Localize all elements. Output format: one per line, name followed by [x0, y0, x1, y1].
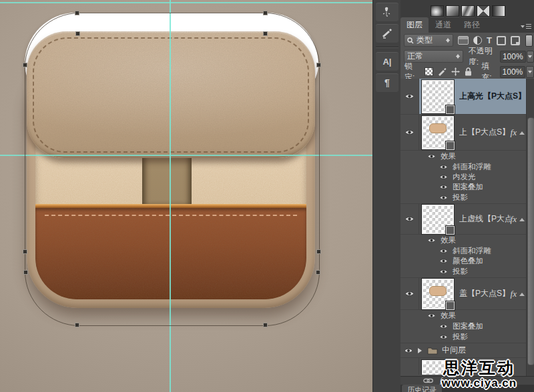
- visibility-toggle[interactable]: [400, 204, 419, 234]
- eye-icon[interactable]: [427, 237, 436, 243]
- layer-thumbnail[interactable]: [422, 116, 454, 149]
- layer-name[interactable]: 上虚线【P大点...: [459, 213, 511, 225]
- path-anchor[interactable]: [263, 323, 268, 327]
- angle-gradient-icon[interactable]: [461, 5, 475, 17]
- filter-toggle-switch[interactable]: [525, 35, 533, 47]
- layers-scrollbar[interactable]: [526, 79, 534, 376]
- opacity-dropdown-button[interactable]: [527, 51, 534, 63]
- effects-header-row[interactable]: 效果: [400, 310, 534, 321]
- path-anchor[interactable]: [75, 323, 79, 327]
- panel-dock: A| ¶: [372, 0, 401, 392]
- path-anchor[interactable]: [263, 31, 268, 36]
- path-anchor[interactable]: [316, 63, 321, 67]
- tab-paths[interactable]: 路径: [458, 17, 486, 33]
- character-panel-icon[interactable]: A|: [376, 52, 398, 71]
- brush-icon[interactable]: [376, 24, 398, 43]
- group-name[interactable]: 中间层: [442, 345, 534, 356]
- eye-icon[interactable]: [427, 153, 436, 159]
- layers-panel: 图层 通道 路径 类型 T 正常 不透明度: 100%: [400, 0, 534, 392]
- brush-presets-icon[interactable]: [376, 3, 398, 21]
- canvas[interactable]: [0, 0, 372, 392]
- eye-icon[interactable]: [439, 258, 448, 264]
- lock-all-icon[interactable]: [465, 67, 472, 76]
- guide-vertical[interactable]: [170, 0, 171, 392]
- collapse-effects-chevron[interactable]: [519, 215, 525, 221]
- guide-horizontal-mid[interactable]: [0, 155, 372, 156]
- visibility-toggle[interactable]: [400, 115, 419, 150]
- layer-thumbnail[interactable]: [422, 205, 454, 234]
- eye-icon[interactable]: [439, 334, 448, 340]
- path-anchor[interactable]: [316, 270, 320, 275]
- filter-kind-dropdown[interactable]: 类型: [404, 34, 453, 47]
- filter-type-icon[interactable]: T: [487, 35, 492, 45]
- opacity-value[interactable]: 100%: [500, 51, 526, 63]
- eye-icon[interactable]: [439, 248, 448, 254]
- eye-icon[interactable]: [439, 164, 448, 170]
- effect-row[interactable]: 图案叠加: [400, 182, 534, 192]
- path-anchor[interactable]: [75, 31, 80, 36]
- tab-channels[interactable]: 通道: [429, 17, 457, 33]
- eye-icon[interactable]: [439, 174, 448, 180]
- radial-gradient-icon[interactable]: [431, 5, 444, 17]
- filter-image-icon[interactable]: [458, 36, 469, 45]
- layer-style-fx[interactable]: fx: [511, 214, 517, 225]
- visibility-toggle[interactable]: [400, 343, 417, 357]
- smooth-gradient-icon[interactable]: [492, 5, 505, 17]
- eye-icon[interactable]: [439, 323, 448, 329]
- layer-row[interactable]: 上虚线【P大点... fx: [400, 204, 534, 235]
- effect-row[interactable]: 斜面和浮雕: [400, 246, 534, 256]
- visibility-toggle[interactable]: [400, 79, 419, 114]
- path-anchor[interactable]: [75, 11, 79, 15]
- effect-row[interactable]: 投影: [400, 266, 534, 278]
- layer-name[interactable]: 盖【P大点S】: [459, 288, 511, 299]
- layer-row[interactable]: 上高光【P大点S】: [400, 79, 534, 115]
- guide-horizontal-top[interactable]: [0, 2, 372, 3]
- filter-shape-icon[interactable]: [497, 36, 506, 45]
- collapse-effects-chevron[interactable]: [519, 290, 525, 296]
- visibility-toggle[interactable]: [400, 278, 419, 309]
- layer-thumbnail[interactable]: [422, 80, 454, 113]
- eye-icon[interactable]: [439, 184, 448, 190]
- effects-header-row[interactable]: 效果: [400, 235, 534, 246]
- path-anchor[interactable]: [23, 270, 28, 275]
- layer-name[interactable]: 上【P大点S】: [459, 127, 511, 138]
- fill-dropdown-button[interactable]: [526, 66, 534, 78]
- smart-object-badge: [446, 105, 455, 114]
- eye-icon[interactable]: [439, 195, 448, 201]
- filter-adjustment-icon[interactable]: [473, 36, 482, 45]
- effect-row[interactable]: 图案叠加: [400, 321, 534, 331]
- visibility-toggle[interactable]: [400, 358, 419, 375]
- tab-layers[interactable]: 图层: [400, 17, 429, 33]
- layer-row[interactable]: 盖【P大点S】 fx: [400, 278, 534, 310]
- effect-row[interactable]: 投影: [400, 331, 534, 343]
- expand-group-triangle[interactable]: [418, 348, 425, 353]
- eye-icon[interactable]: [427, 313, 436, 319]
- path-anchor[interactable]: [316, 249, 321, 254]
- path-anchor[interactable]: [23, 249, 27, 254]
- scrollbar-thumb[interactable]: [527, 117, 534, 365]
- layer-row[interactable]: 上【P大点S】 fx: [400, 115, 534, 151]
- effect-row[interactable]: 内发光: [400, 172, 534, 182]
- path-anchor[interactable]: [23, 63, 27, 67]
- layer-name[interactable]: 上高光【P大点S】: [459, 91, 534, 102]
- linear-gradient-icon[interactable]: [446, 5, 459, 17]
- diamond-gradient-icon[interactable]: [477, 5, 490, 17]
- eye-icon[interactable]: [439, 269, 448, 275]
- layer-style-fx[interactable]: fx: [511, 289, 517, 299]
- lock-position-icon[interactable]: [451, 67, 460, 76]
- effect-row[interactable]: 斜面和浮雕: [400, 162, 534, 172]
- effect-row[interactable]: 颜色叠加: [400, 256, 534, 266]
- layer-thumbnail[interactable]: [422, 279, 454, 309]
- lock-image-pixels-icon[interactable]: [438, 67, 447, 76]
- group-row[interactable]: 中间层: [400, 343, 534, 358]
- path-anchor[interactable]: [263, 11, 268, 15]
- paragraph-panel-icon[interactable]: ¶: [376, 73, 398, 92]
- filter-smart-object-icon[interactable]: [511, 36, 520, 45]
- panel-menu-icon[interactable]: [521, 23, 531, 30]
- collapse-effects-chevron[interactable]: [519, 129, 525, 135]
- effect-row[interactable]: 投影: [400, 192, 534, 204]
- lock-transparent-pixels-icon[interactable]: [425, 67, 433, 76]
- fill-value[interactable]: 100%: [500, 66, 526, 78]
- layer-style-fx[interactable]: fx: [511, 127, 517, 138]
- effects-header-row[interactable]: 效果: [400, 151, 534, 162]
